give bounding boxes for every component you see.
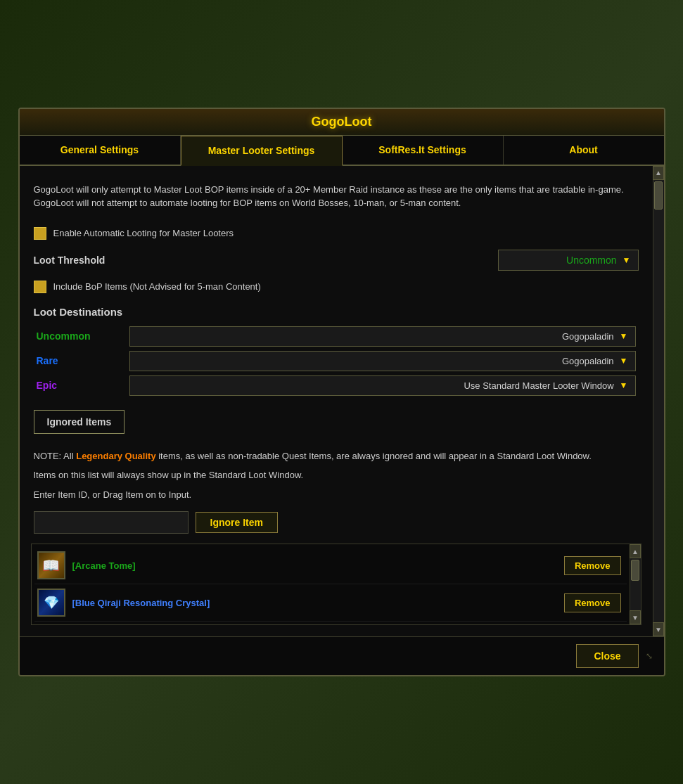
loot-threshold-row: Loot Threshold Uncommon ▼ (34, 250, 639, 271)
app-wrapper: GogoLoot General Settings Master Looter … (0, 0, 683, 784)
dest-value-epic: Use Standard Master Looter Window (464, 380, 613, 391)
destination-row-rare: Rare Gogopaladin ▼ (37, 351, 636, 371)
dropdown-arrow-icon: ▼ (623, 255, 631, 265)
item-icon-blue-crystal: 💎 (37, 589, 65, 617)
list-scrollbar: ▲ ▼ (630, 544, 641, 624)
destination-row-epic: Epic Use Standard Master Looter Window ▼ (37, 375, 636, 396)
dest-dropdown-uncommon[interactable]: Gogopaladin ▼ (129, 326, 636, 347)
title-bar: GogoLoot (20, 109, 664, 136)
loot-threshold-value: Uncommon (566, 255, 617, 266)
remove-button-arcane-tome[interactable]: Remove (564, 556, 621, 575)
dropdown-arrow-uncommon-icon: ▼ (620, 331, 628, 341)
legendary-quality-text: Legendary Quality (76, 451, 155, 461)
description-text: GogoLoot will only attempt to Master Loo… (31, 177, 641, 216)
dest-label-uncommon: Uncommon (37, 330, 121, 342)
ignored-items-button[interactable]: Ignored Items (34, 410, 125, 434)
remove-button-blue-crystal[interactable]: Remove (564, 593, 621, 612)
dropdown-arrow-epic-icon: ▼ (620, 380, 628, 390)
note-prefix: NOTE: All (34, 451, 77, 461)
list-scroll-down-arrow[interactable]: ▼ (630, 610, 641, 624)
ignore-item-button[interactable]: Ignore Item (196, 512, 278, 533)
dropdown-arrow-rare-icon: ▼ (620, 356, 628, 366)
note-suffix: items, as well as non-tradable Quest Ite… (156, 451, 592, 461)
dest-label-epic: Epic (37, 380, 121, 391)
tab-softres[interactable]: SoftRes.It Settings (343, 136, 504, 165)
main-content: GogoLoot will only attempt to Master Loo… (20, 166, 653, 637)
loot-threshold-label: Loot Threshold (34, 255, 106, 266)
include-bop-checkbox[interactable] (34, 281, 46, 293)
main-window: GogoLoot General Settings Master Looter … (18, 108, 665, 677)
note-legendary: NOTE: All Legendary Quality items, as we… (34, 449, 639, 463)
list-scroll-track (630, 558, 641, 610)
tab-master-looter[interactable]: Master Looter Settings (181, 136, 343, 166)
dest-value-uncommon: Gogopaladin (562, 331, 614, 342)
enable-auto-checkbox[interactable] (34, 227, 46, 240)
tabs-bar: General Settings Master Looter Settings … (20, 136, 664, 166)
item-name-arcane-tome: [Arcane Tome] (72, 560, 557, 571)
dest-label-rare: Rare (37, 355, 121, 366)
item-input-row: Ignore Item (34, 511, 639, 534)
dest-dropdown-rare[interactable]: Gogopaladin ▼ (129, 351, 636, 371)
enable-auto-label: Enable Automatic Looting for Master Loot… (53, 228, 234, 238)
destination-row-uncommon: Uncommon Gogopaladin ▼ (37, 326, 636, 347)
main-scrollbar: ▲ ▼ (653, 166, 664, 637)
scroll-track (653, 180, 664, 623)
include-bop-row: Include BoP Items (Not Advised for 5-man… (34, 281, 639, 293)
scroll-thumb[interactable] (654, 181, 663, 210)
dest-dropdown-epic[interactable]: Use Standard Master Looter Window ▼ (129, 375, 636, 396)
loot-destinations-title: Loot Destinations (34, 306, 639, 318)
app-title: GogoLoot (312, 115, 372, 129)
loot-threshold-dropdown[interactable]: Uncommon ▼ (498, 250, 639, 271)
item-id-input[interactable] (34, 511, 189, 534)
items-list: 📖 [Arcane Tome] Remove 💎 [Blue Qiraji Re… (32, 544, 630, 624)
enable-auto-row: Enable Automatic Looting for Master Loot… (34, 227, 639, 240)
table-row: 📖 [Arcane Tome] Remove (34, 547, 627, 584)
list-scroll-thumb[interactable] (631, 560, 639, 581)
scroll-down-arrow[interactable]: ▼ (653, 622, 664, 636)
content-area: GogoLoot will only attempt to Master Loo… (20, 166, 664, 637)
footer-bar: Close ⤡ (20, 636, 664, 675)
table-row: 💎 [Blue Qiraji Resonating Crystal] Remov… (34, 584, 627, 622)
dest-value-rare: Gogopaladin (562, 356, 614, 366)
note-standard-loot: Items on this list will always show up i… (34, 468, 639, 482)
tab-general[interactable]: General Settings (20, 136, 181, 165)
note-enter-item: Enter Item ID, or Drag Item on to Input. (34, 488, 639, 502)
items-list-area: 📖 [Arcane Tome] Remove 💎 [Blue Qiraji Re… (31, 544, 641, 625)
resize-icon: ⤡ (646, 651, 653, 661)
item-name-blue-crystal: [Blue Qiraji Resonating Crystal] (72, 598, 557, 608)
tab-about[interactable]: About (504, 136, 664, 165)
include-bop-label: Include BoP Items (Not Advised for 5-man… (53, 281, 261, 292)
scroll-up-arrow[interactable]: ▲ (653, 166, 664, 180)
item-icon-arcane-tome: 📖 (37, 551, 65, 579)
close-button[interactable]: Close (576, 644, 638, 668)
list-scroll-up-arrow[interactable]: ▲ (630, 544, 641, 558)
